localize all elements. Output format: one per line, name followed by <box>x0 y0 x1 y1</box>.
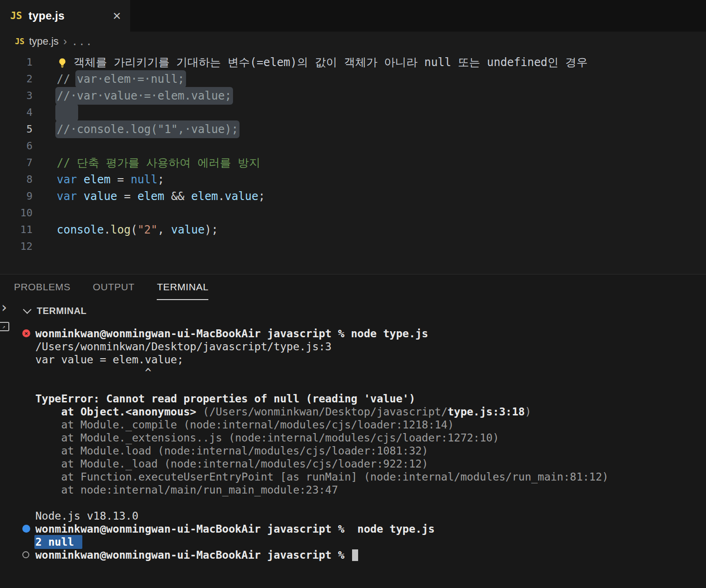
code-token: && <box>164 190 191 203</box>
terminal-line[interactable]: at Object.<anonymous> (/Users/wonminkwan… <box>0 405 706 418</box>
terminal-line[interactable]: ×wonminkwan@wonmingwan-ui-MacBookAir jav… <box>0 327 706 340</box>
terminal-line[interactable]: ^ <box>0 366 706 379</box>
code-token: ; <box>158 173 164 186</box>
code-editor[interactable]: 1객체를 가리키기를 기대하는 변수(=elem)의 값이 객체가 아니라 nu… <box>0 51 706 274</box>
terminal-segment: wonminkwan@wonmingwan-ui-MacBookAir java… <box>35 327 428 340</box>
terminal-line[interactable]: at Module.load (node:internal/modules/cj… <box>0 444 706 457</box>
code-line-12[interactable]: 12 <box>0 238 706 255</box>
terminal-gutter <box>0 418 35 431</box>
line-number[interactable]: 6 <box>0 138 33 154</box>
terminal-line[interactable]: at Module._extensions..js (node:internal… <box>0 431 706 444</box>
line-number[interactable]: 9 <box>0 188 33 205</box>
terminal-line[interactable]: at node:internal/main/run_main_module:23… <box>0 483 706 496</box>
code-token: var <box>57 173 77 186</box>
terminal-segment: TypeError: Cannot read properties of nul… <box>35 393 415 405</box>
terminal-segment: at Module._compile (node:internal/module… <box>35 419 454 431</box>
code-line-11[interactable]: 11console.log("2", value); <box>0 221 706 238</box>
code-line-8[interactable]: 8var elem = null; <box>0 171 706 188</box>
code-token: ; <box>259 190 265 203</box>
terminal-line[interactable]: at Module._load (node:internal/modules/c… <box>0 457 706 470</box>
code-line-7[interactable]: 7// 단축 평가를 사용하여 에러를 방지 <box>0 154 706 171</box>
code-line-3[interactable]: 3//·var·value·=·elem.value; <box>0 87 706 104</box>
terminal[interactable]: ×wonminkwan@wonmingwan-ui-MacBookAir jav… <box>0 321 706 588</box>
panel-tab-output[interactable]: OUTPUT <box>93 274 135 300</box>
terminal-line[interactable]: 2 null <box>0 535 706 548</box>
code-line-10[interactable]: 10 <box>0 205 706 221</box>
line-number[interactable]: 10 <box>0 205 33 221</box>
terminal-selection: 2 null <box>34 535 82 549</box>
code-content: var value = elem && elem.value; <box>33 188 706 205</box>
breadcrumb: JS type.js › ... <box>0 32 706 51</box>
terminal-line[interactable]: wonminkwan@wonmingwan-ui-MacBookAir java… <box>0 548 706 561</box>
terminal-line[interactable] <box>0 379 706 392</box>
terminal-text: TypeError: Cannot read properties of nul… <box>35 392 706 405</box>
line-number[interactable]: 1 <box>0 54 33 71</box>
terminal-segment: wonminkwan@wonmingwan-ui-MacBookAir java… <box>35 523 435 535</box>
code-token: null <box>131 173 158 186</box>
editor-lines: 1객체를 가리키기를 기대하는 변수(=elem)의 값이 객체가 아니라 nu… <box>0 54 706 255</box>
terminal-text: at Object.<anonymous> (/Users/wonminkwan… <box>35 405 706 418</box>
terminal-text: at node:internal/main/run_main_module:23… <box>35 483 706 496</box>
idle-decoration-icon[interactable] <box>22 551 29 558</box>
error-decoration-icon[interactable]: × <box>22 329 30 337</box>
code-line-4[interactable]: 4 <box>0 104 706 121</box>
code-content <box>33 238 706 255</box>
terminal-cursor <box>352 549 358 561</box>
terminal-gutter <box>0 366 35 379</box>
panel-tab-terminal[interactable]: TERMINAL <box>157 274 208 300</box>
terminal-line[interactable]: at Module._compile (node:internal/module… <box>0 418 706 431</box>
code-token: value <box>84 190 117 203</box>
terminal-text: at Module._load (node:internal/modules/c… <box>35 457 706 470</box>
code-line-6[interactable]: 6 <box>0 138 706 154</box>
lightbulb-icon[interactable] <box>57 56 73 69</box>
code-token: "2" <box>137 223 157 236</box>
code-line-1[interactable]: 1객체를 가리키기를 기대하는 변수(=elem)의 값이 객체가 아니라 nu… <box>0 54 706 71</box>
line-number[interactable]: 2 <box>0 71 33 87</box>
terminal-segment: at node:internal/main/run_main_module:23… <box>35 484 338 496</box>
code-line-9[interactable]: 9var value = elem && elem.value; <box>0 188 706 205</box>
close-tab-icon[interactable]: × <box>113 9 121 23</box>
selected-text: var·elem·=·null; <box>75 70 186 88</box>
terminal-text <box>35 379 706 392</box>
success-decoration-icon[interactable] <box>22 525 30 533</box>
code-line-2[interactable]: 2// var·elem·=·null; <box>0 71 706 87</box>
terminal-line[interactable]: var value = elem.value; <box>0 353 706 366</box>
terminal-text: ^ <box>35 366 706 379</box>
terminal-gutter <box>0 470 35 483</box>
breadcrumb-symbol[interactable]: ... <box>72 36 93 47</box>
terminal-line[interactable] <box>0 496 706 509</box>
terminal-gutter <box>0 522 35 535</box>
line-number[interactable]: 7 <box>0 154 33 171</box>
terminal-text: at Module._extensions..js (node:internal… <box>35 431 706 444</box>
line-number[interactable]: 4 <box>0 104 33 121</box>
terminal-line[interactable]: /Users/wonminkwan/Desktop/javascript/typ… <box>0 340 706 353</box>
terminal-gutter <box>0 535 35 548</box>
line-number[interactable]: 12 <box>0 238 33 255</box>
code-token: // 단축 평가를 사용하여 에러를 방지 <box>57 156 260 169</box>
terminal-line[interactable]: TypeError: Cannot read properties of nul… <box>0 392 706 405</box>
chevron-down-icon[interactable] <box>23 305 31 314</box>
code-token: value <box>171 223 205 236</box>
code-token: ( <box>131 223 137 236</box>
chevron-right-icon[interactable]: › <box>0 302 7 313</box>
breadcrumb-file[interactable]: type.js <box>29 35 59 47</box>
line-number[interactable]: 8 <box>0 171 33 188</box>
terminal-line[interactable]: at Function.executeUserEntryPoint [as ru… <box>0 470 706 483</box>
tab-type-js[interactable]: JS type.js × <box>0 0 130 32</box>
code-content <box>33 138 706 154</box>
code-content: 객체를 가리키기를 기대하는 변수(=elem)의 값이 객체가 아니라 nul… <box>33 54 706 71</box>
terminal-segment: wonminkwan@wonmingwan-ui-MacBookAir java… <box>35 549 351 561</box>
code-token: // <box>57 73 77 86</box>
move-panel-icon[interactable]: ↗ <box>0 322 9 331</box>
terminal-line[interactable]: wonminkwan@wonmingwan-ui-MacBookAir java… <box>0 522 706 535</box>
line-number[interactable]: 5 <box>0 121 33 138</box>
terminal-line[interactable]: Node.js v18.13.0 <box>0 509 706 522</box>
panel-tab-problems[interactable]: PROBLEMS <box>14 274 71 300</box>
line-number[interactable]: 3 <box>0 87 33 104</box>
code-content: //·console.log("1",·value); <box>33 121 706 138</box>
javascript-file-icon: JS <box>10 10 22 21</box>
line-number[interactable]: 11 <box>0 221 33 238</box>
terminal-text: Node.js v18.13.0 <box>35 509 706 522</box>
code-line-5[interactable]: 5//·console.log("1",·value); <box>0 121 706 138</box>
code-content: console.log("2", value); <box>33 221 706 238</box>
